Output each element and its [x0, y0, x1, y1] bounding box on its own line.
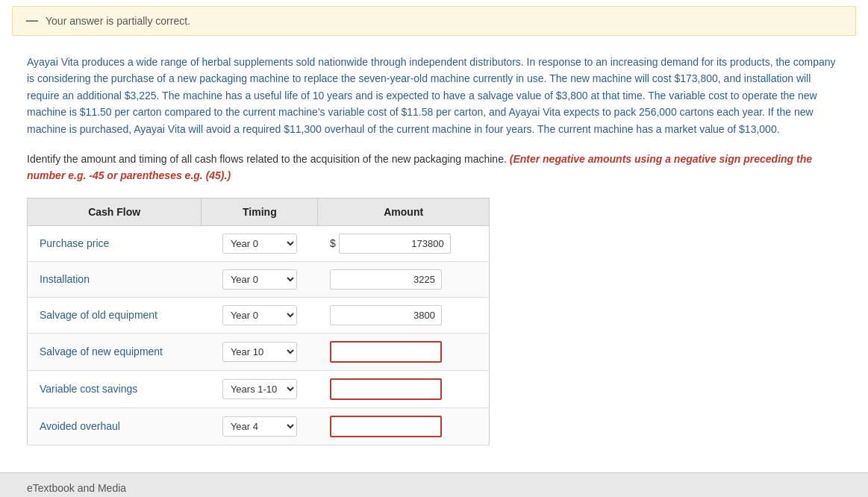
table-row: Salvage of old equipmentYear 0Year 1Year… — [28, 297, 490, 333]
amount-cell — [318, 297, 490, 333]
timing-cell: Year 0Year 1Year 4Year 10Years 1-10 — [202, 297, 318, 333]
cashflow-label-cell: Installation — [28, 261, 202, 297]
amount-input[interactable] — [330, 378, 442, 400]
cashflow-label-cell: Purchase price — [28, 225, 202, 261]
amount-wrapper — [330, 378, 477, 400]
amount-input[interactable] — [330, 305, 442, 325]
timing-select[interactable]: Year 0Year 1Year 4Year 10Years 1-10 — [222, 416, 297, 437]
table-row: InstallationYear 0Year 1Year 4Year 10Yea… — [28, 261, 490, 297]
page-container: — Your answer is partially correct. Ayay… — [0, 0, 868, 497]
cashflow-label-cell: Salvage of new equipment — [28, 333, 202, 370]
amount-wrapper — [330, 416, 477, 437]
table-row: Purchase priceYear 0Year 1Year 4Year 10Y… — [28, 225, 490, 261]
cashflow-label: Variable cost savings — [40, 383, 137, 395]
cashflow-label: Avoided overhaul — [40, 420, 120, 432]
amount-wrapper — [330, 269, 477, 290]
timing-cell: Year 0Year 1Year 4Year 10Years 1-10 — [202, 225, 318, 261]
cashflow-label-cell: Avoided overhaul — [28, 407, 202, 445]
table-row: Salvage of new equipmentYear 0Year 1Year… — [28, 333, 490, 370]
cashflow-table: Cash Flow Timing Amount Purchase priceYe… — [27, 198, 490, 446]
cashflow-label: Salvage of old equipment — [40, 309, 157, 321]
amount-input[interactable] — [330, 269, 442, 290]
partial-correct-banner: — Your answer is partially correct. — [12, 6, 856, 36]
timing-select[interactable]: Year 0Year 1Year 4Year 10Years 1-10 — [222, 342, 297, 362]
cashflow-label-cell: Salvage of old equipment — [28, 297, 202, 333]
timing-select[interactable]: Year 0Year 1Year 4Year 10Years 1-10 — [222, 234, 297, 254]
description-paragraph: Ayayai Vita produces a wide range of her… — [27, 54, 841, 137]
timing-select[interactable]: Year 0Year 1Year 4Year 10Years 1-10 — [222, 379, 297, 399]
instruction-main: Identify the amount and timing of all ca… — [27, 153, 507, 165]
footer-text: eTextbook and Media — [27, 482, 126, 494]
amount-input[interactable] — [330, 416, 442, 437]
timing-cell: Year 0Year 1Year 4Year 10Years 1-10 — [202, 333, 318, 370]
table-section: Cash Flow Timing Amount Purchase priceYe… — [27, 198, 490, 446]
timing-cell: Year 0Year 1Year 4Year 10Years 1-10 — [202, 407, 318, 445]
col-header-amount: Amount — [318, 198, 490, 225]
amount-cell — [318, 407, 490, 445]
main-content: Ayayai Vita produces a wide range of her… — [0, 42, 868, 457]
cashflow-label: Installation — [40, 273, 90, 285]
amount-input[interactable] — [339, 234, 451, 254]
minus-icon: — — [26, 14, 38, 28]
timing-cell: Year 0Year 1Year 4Year 10Years 1-10 — [202, 261, 318, 297]
instruction-text: Identify the amount and timing of all ca… — [27, 151, 841, 184]
table-header-row: Cash Flow Timing Amount — [28, 198, 490, 225]
dollar-sign: $ — [330, 237, 336, 249]
footer-bar: eTextbook and Media — [0, 472, 868, 497]
amount-wrapper — [330, 305, 477, 325]
cashflow-label: Salvage of new equipment — [40, 346, 163, 357]
amount-cell — [318, 370, 490, 407]
amount-wrapper — [330, 341, 477, 363]
amount-cell — [318, 333, 490, 370]
amount-wrapper: $ — [330, 234, 477, 254]
timing-select[interactable]: Year 0Year 1Year 4Year 10Years 1-10 — [222, 305, 297, 325]
timing-select[interactable]: Year 0Year 1Year 4Year 10Years 1-10 — [222, 269, 297, 290]
amount-cell — [318, 261, 490, 297]
amount-input[interactable] — [330, 341, 442, 363]
table-row: Avoided overhaulYear 0Year 1Year 4Year 1… — [28, 407, 490, 445]
banner-text: Your answer is partially correct. — [46, 15, 190, 27]
table-row: Variable cost savingsYear 0Year 1Year 4Y… — [28, 370, 490, 407]
col-header-timing: Timing — [202, 198, 318, 225]
cashflow-label-cell: Variable cost savings — [28, 370, 202, 407]
col-header-cashflow: Cash Flow — [28, 198, 202, 225]
timing-cell: Year 0Year 1Year 4Year 10Years 1-10 — [202, 370, 318, 407]
cashflow-label: Purchase price — [40, 237, 109, 249]
amount-cell: $ — [318, 225, 490, 261]
